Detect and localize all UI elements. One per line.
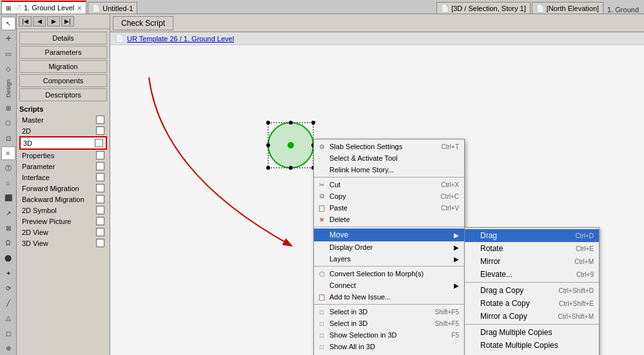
script-2d[interactable]: 2D [19, 125, 107, 136]
tool-12[interactable]: ⊠ [1, 221, 15, 235]
svg-point-8 [289, 166, 293, 170]
svg-point-3 [266, 121, 270, 125]
submenu-multiply[interactable]: Multiply... Ctrl+U [465, 352, 599, 355]
rtab-3d[interactable]: 📄 [3D / Selection, Story 1] [436, 2, 531, 14]
submenu-rotate-copy[interactable]: Rotate a Copy Ctrl+Shift+E [465, 297, 599, 310]
tool-9[interactable]: ⌂ [1, 176, 15, 190]
cm-select-3d[interactable]: □ Select in 3D Shift+F5 [314, 306, 464, 318]
cm-move[interactable]: Move ▶ Drag Ctrl+D Rotate Ctrl+E [314, 228, 464, 241]
cm-relink-home[interactable]: Relink Home Story... [314, 164, 464, 176]
svg-point-9 [266, 143, 270, 147]
script-properties[interactable]: Properties [19, 150, 107, 161]
script-preview[interactable]: Preview Picture [19, 216, 107, 227]
tool-17[interactable]: ╱ [1, 296, 15, 310]
cm-sep4 [314, 304, 464, 305]
descriptors-btn[interactable]: Descriptors [19, 88, 107, 101]
tool-19[interactable]: ◻ [1, 326, 15, 340]
tool-8[interactable]: Ⓣ [1, 161, 15, 175]
tool-16[interactable]: ⟳ [1, 281, 15, 295]
submenu-drag-multiple[interactable]: Drag Multiple Copies [465, 326, 599, 339]
tab-ground-level[interactable]: ⊞ 📄 1. Ground Level ✕ [1, 1, 86, 14]
script-2d-view[interactable]: 2D View [19, 227, 107, 238]
submenu-drag[interactable]: Drag Ctrl+D [465, 229, 599, 242]
submenu-mirror-copy[interactable]: Mirror a Copy Ctrl+Shift+M [465, 310, 599, 323]
script-3d-view[interactable]: 3D View [19, 238, 107, 249]
scripts-label: Scripts [19, 104, 107, 114]
tab-untitled[interactable]: 📄 Untitled-1 [88, 2, 137, 14]
tab1-close[interactable]: ✕ [77, 5, 82, 12]
cm-add-issue[interactable]: 📋 Add to New Issue... [314, 291, 464, 303]
cm-sep3 [314, 266, 464, 267]
submenu-rotate[interactable]: Rotate Ctrl+E [465, 242, 599, 255]
rtab2-label: [North Elevation] [547, 5, 599, 12]
cm-slab-settings[interactable]: ⚙ Slab Selection Settings Ctrl+T [314, 141, 464, 152]
components-btn[interactable]: Components [19, 74, 107, 87]
submenu-mirror[interactable]: Mirror Ctrl+M [465, 255, 599, 268]
tool-arrow[interactable]: ↖ [1, 17, 15, 30]
cm-sep1 [314, 177, 464, 178]
nav-btn-1[interactable]: |◀ [19, 16, 32, 26]
corner-label: 1. Ground [607, 6, 644, 14]
nav-btn-3[interactable]: ▶ [47, 16, 60, 26]
content-header: UR Template 26 / 1. Ground Level [127, 35, 234, 43]
cm-crop-zone[interactable]: □ Show All in 3D [314, 341, 464, 352]
migration-btn[interactable]: Migration [19, 60, 107, 73]
submenu-rotate-multiple[interactable]: Rotate Multiple Copies [465, 339, 599, 352]
cm-paste[interactable]: 📋 Paste Ctrl+V [314, 202, 464, 214]
script-fwd-migration[interactable]: Forward Migration [19, 183, 107, 194]
submenu-sep2 [465, 324, 599, 325]
tool-11[interactable]: ↗ [1, 207, 15, 220]
cm-show-sel-3d[interactable]: □ Select in 3D Shift+F5 [314, 318, 464, 329]
tool-20[interactable]: ⊕ [1, 341, 15, 355]
tool-7[interactable]: ≡ [1, 147, 15, 160]
tool-5[interactable]: ⬡ [1, 116, 15, 130]
nav-btn-2[interactable]: ◀ [33, 16, 46, 26]
svg-point-1 [288, 142, 294, 148]
parameters-btn[interactable]: Parameters [19, 46, 107, 59]
nav-btn-4[interactable]: ▶| [61, 16, 74, 26]
tab1-label: 1. Ground Level [24, 4, 74, 12]
submenu-elevate[interactable]: Elevate... Ctrl+9 [465, 268, 599, 281]
tool-1[interactable]: ✛ [1, 32, 15, 45]
svg-point-4 [311, 121, 315, 125]
tool-14[interactable]: ⬤ [1, 251, 15, 265]
tool-2[interactable]: ▭ [1, 46, 15, 60]
details-btn[interactable]: Details [19, 32, 107, 45]
context-menu: ⚙ Slab Selection Settings Ctrl+T Select … [313, 139, 465, 355]
svg-point-5 [289, 121, 293, 125]
submenu-sep1 [465, 282, 599, 283]
tool-18[interactable]: △ [1, 311, 15, 325]
tool-10[interactable]: ⬛ [1, 191, 15, 205]
cm-zoom-sel[interactable]: 🔍 Crop Zone... [314, 352, 464, 355]
move-submenu: Drag Ctrl+D Rotate Ctrl+E Mirror Ctrl+M [464, 227, 600, 355]
cm-select-activate[interactable]: Select & Activate Tool [314, 152, 464, 164]
cm-copy[interactable]: ⧉ Copy Ctrl+C [314, 190, 464, 202]
tool-4[interactable]: ⊞ [1, 101, 15, 115]
tool-6[interactable]: ⊡ [1, 131, 15, 145]
script-bwd-migration[interactable]: Backward Migration [19, 194, 107, 205]
svg-point-6 [266, 166, 270, 170]
script-3d[interactable]: 3D [19, 136, 107, 150]
cm-sep2 [314, 227, 464, 227]
script-interface[interactable]: Interface [19, 172, 107, 183]
rtab-north[interactable]: 📄 [North Elevation] [532, 2, 603, 14]
tool-15[interactable]: ✦ [1, 267, 15, 280]
cm-connect[interactable]: Connect ▶ [314, 279, 464, 291]
cm-cut[interactable]: ✂ Cut Ctrl+X [314, 179, 464, 190]
cm-convert-morph[interactable]: ⬡ Convert Selection to Morph(s) [314, 268, 464, 279]
cm-display-order[interactable]: Display Order ▶ [314, 241, 464, 253]
script-master[interactable]: Master [19, 114, 107, 125]
cm-show-all-3d[interactable]: □ Show Selection in 3D F5 [314, 329, 464, 341]
cm-delete[interactable]: ✕ Delete [314, 214, 464, 225]
design-label: Design [5, 77, 12, 100]
submenu-drag-copy[interactable]: Drag a Copy Ctrl+Shift+D [465, 284, 599, 297]
script-parameter[interactable]: Parameter [19, 161, 107, 172]
tool-3[interactable]: ◇ [1, 62, 15, 76]
tab2-label: Untitled-1 [102, 5, 133, 12]
check-script-btn[interactable]: Check Script [113, 16, 173, 30]
tool-13[interactable]: Ω [1, 236, 15, 250]
script-2d-symbol[interactable]: 2D Symbol [19, 205, 107, 216]
cm-layers[interactable]: Layers ▶ [314, 253, 464, 265]
rtab1-label: [3D / Selection, Story 1] [451, 5, 526, 12]
